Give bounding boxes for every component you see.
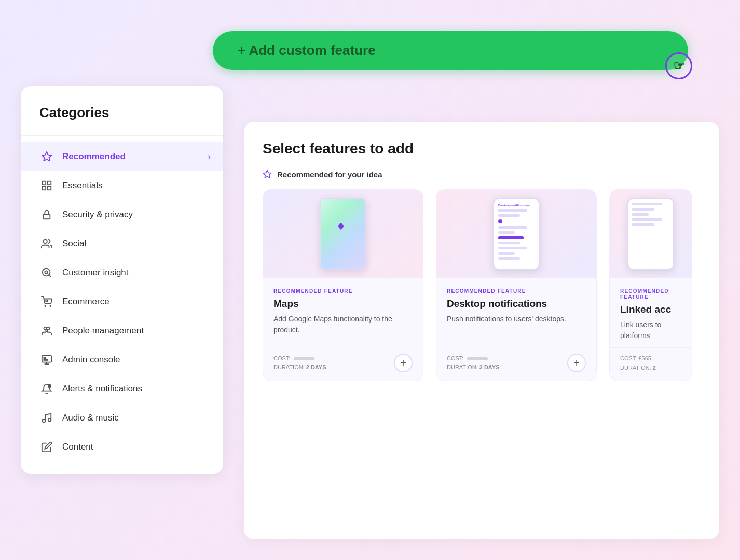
svg-point-9 <box>45 271 48 274</box>
sidebar-item-social[interactable]: Social <box>21 229 223 258</box>
admin-icon <box>39 353 54 367</box>
linked-card-title: Linked acc <box>620 304 681 315</box>
linked-card-footer: COST: £565 DURATION: 2 <box>610 347 692 381</box>
svg-point-10 <box>45 305 46 306</box>
notifications-card-footer: COST: DURATION: 2 DAYS + <box>436 347 596 381</box>
people-icon <box>39 324 54 338</box>
notif-line-5 <box>498 242 520 244</box>
recommended-for-idea-label: Recommended for your idea <box>277 170 382 179</box>
add-custom-feature-button[interactable]: + Add custom feature ☞ <box>213 31 688 70</box>
alerts-icon <box>39 382 54 396</box>
notif-line-4 <box>498 231 515 234</box>
sidebar-item-alerts-notifications[interactable]: Alerts & notifications <box>21 374 223 403</box>
notif-dot <box>498 219 502 223</box>
maps-add-button[interactable]: + <box>394 354 413 372</box>
linked-lines-container <box>628 199 673 233</box>
notifications-card-tag: RECOMMENDED FEATURE <box>447 288 586 294</box>
sidebar-title: Categories <box>39 105 204 121</box>
maps-phone-mockup <box>320 198 366 270</box>
maps-card-body: RECOMMENDED FEATURE Maps Add Google Maps… <box>263 278 423 347</box>
sidebar-item-people-management-label: People management <box>62 326 144 336</box>
linked-line-3 <box>632 213 649 216</box>
svg-rect-3 <box>43 187 46 190</box>
notif-line-3 <box>498 226 527 229</box>
svg-point-21 <box>48 384 51 388</box>
linked-card-body: RECOMMENDED FEATURE Linked acc Link user… <box>610 278 692 347</box>
svg-line-8 <box>49 275 51 277</box>
linked-line-1 <box>632 203 662 205</box>
notifications-phone-mockup: Desktop notifications <box>493 198 540 270</box>
main-content: + Add custom feature ☞ Select features t… <box>223 21 719 539</box>
map-pin-icon <box>337 222 345 230</box>
notifications-card-body: RECOMMENDED FEATURE Desktop notification… <box>436 278 596 347</box>
content-icon <box>39 440 54 454</box>
sidebar-item-content[interactable]: Content <box>21 432 223 461</box>
svg-point-14 <box>47 327 50 330</box>
recommended-star-icon <box>263 170 272 179</box>
notification-lines-container: Desktop notifications <box>494 199 539 268</box>
notif-title: Desktop notifications <box>498 204 535 207</box>
svg-rect-4 <box>48 187 51 190</box>
linked-card-meta: COST: £565 DURATION: 2 <box>620 354 656 372</box>
notifications-card-title: Desktop notifications <box>447 298 586 310</box>
insight-icon <box>39 265 54 280</box>
notifications-cost-bar <box>467 357 488 360</box>
maps-cost: COST: <box>273 354 326 363</box>
sidebar-item-security-privacy[interactable]: Security & privacy <box>21 200 223 229</box>
recommended-label: Recommended for your idea <box>263 170 701 179</box>
svg-rect-2 <box>48 181 51 185</box>
linked-line-2 <box>632 208 654 211</box>
notif-line-7 <box>498 252 515 255</box>
notifications-duration: DURATION: 2 DAYS <box>447 363 499 372</box>
grid-icon <box>39 178 54 193</box>
linked-phone-mockup <box>627 198 674 270</box>
sidebar-item-customer-insight[interactable]: Customer insight <box>21 258 223 287</box>
maps-card-footer: COST: DURATION: 2 DAYS + <box>263 347 423 381</box>
maps-card-tag: RECOMMENDED FEATURE <box>273 288 413 294</box>
linked-line-4 <box>632 218 662 221</box>
linked-card-tag: RECOMMENDED FEATURE <box>620 288 681 300</box>
notifications-add-button[interactable]: + <box>567 354 586 372</box>
add-custom-feature-label: + Add custom feature <box>238 43 376 59</box>
svg-marker-0 <box>42 152 51 161</box>
sidebar-item-essentials-label: Essentials <box>62 180 102 191</box>
cursor-icon: ☞ <box>665 52 692 79</box>
svg-point-23 <box>48 418 51 422</box>
svg-point-22 <box>43 419 46 423</box>
notif-line-6 <box>498 247 527 249</box>
linked-card-description: Link users to platforms <box>620 319 681 341</box>
sidebar-item-content-label: Content <box>62 442 93 452</box>
notifications-cost: COST: <box>447 354 499 363</box>
maps-duration: DURATION: 2 DAYS <box>273 363 326 372</box>
sidebar-item-audio-music-label: Audio & music <box>62 413 119 423</box>
sidebar-item-ecommerce[interactable]: Ecommerce <box>21 287 223 316</box>
sidebar-header: Categories <box>21 86 223 136</box>
feature-card-linked-accounts: RECOMMENDED FEATURE Linked acc Link user… <box>609 189 692 381</box>
sidebar-item-admin-console-label: Admin console <box>62 355 120 365</box>
maps-cost-bar <box>294 357 314 360</box>
feature-card-maps: RECOMMENDED FEATURE Maps Add Google Maps… <box>263 189 423 381</box>
maps-card-meta: COST: DURATION: 2 DAYS <box>273 354 326 372</box>
maps-card-title: Maps <box>273 298 413 310</box>
notif-line-1 <box>498 209 527 212</box>
feature-cards-row: RECOMMENDED FEATURE Maps Add Google Maps… <box>263 189 701 381</box>
notifications-card-meta: COST: DURATION: 2 DAYS <box>447 354 499 372</box>
svg-point-6 <box>44 240 47 243</box>
svg-point-12 <box>46 300 48 302</box>
sidebar-item-people-management[interactable]: People management <box>21 316 223 345</box>
feature-card-desktop-notifications: Desktop notifications <box>436 189 597 381</box>
features-title: Select features to add <box>263 141 701 157</box>
sidebar-item-admin-console[interactable]: Admin console <box>21 345 223 374</box>
sidebar-item-essentials[interactable]: Essentials <box>21 171 223 200</box>
maps-card-description: Add Google Maps functionality to the pro… <box>273 314 413 335</box>
sidebar: Categories Recommended › Essentials <box>21 86 223 474</box>
sidebar-item-recommended-label: Recommended <box>62 151 126 162</box>
sidebar-item-recommended[interactable]: Recommended › <box>21 142 223 171</box>
svg-marker-24 <box>264 171 271 178</box>
linked-duration: DURATION: 2 <box>620 363 656 373</box>
lock-icon <box>39 207 54 222</box>
sidebar-item-audio-music[interactable]: Audio & music <box>21 403 223 432</box>
maps-card-image <box>263 190 423 278</box>
svg-point-11 <box>50 305 51 306</box>
sidebar-item-customer-insight-label: Customer insight <box>62 268 129 278</box>
